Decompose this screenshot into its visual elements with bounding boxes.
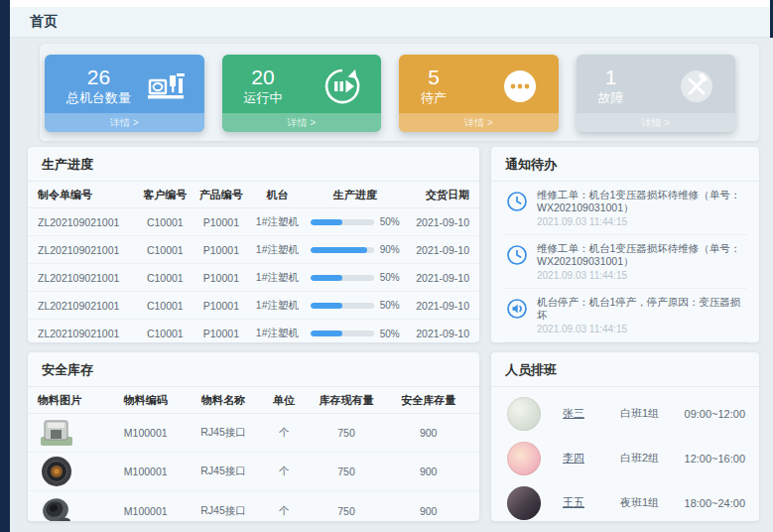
notification-text: 维修工单：机台1变压器损坏待维修（单号：WX202109031001） [537, 242, 747, 268]
sidebar-collapsed-strip [0, 0, 10, 532]
progress-percent: 50% [380, 216, 400, 227]
production-progress-panel: 生产进度 制令单编号 客户编号 产品编号 机台 生产进度 交货日期 ZL2021… [28, 147, 479, 342]
total-machines-detail-link[interactable]: 详情 > [45, 113, 204, 132]
notification-item[interactable]: 维修工单：机台1变压器损坏待维修（单号：WX202109031001） 2021… [503, 182, 747, 235]
staff-name-link[interactable]: 张三 [563, 406, 620, 421]
running-value: 20 [251, 66, 274, 89]
running-label: 运行中 [244, 89, 283, 106]
fault-detail-link[interactable]: 详情 > [577, 113, 736, 132]
material-unit: 个 [262, 465, 306, 478]
staff-name-link[interactable]: 王五 [563, 495, 620, 510]
inventory-table-header: 物料图片 物料编码 物料名称 单位 库存现有量 安全库存量 [28, 387, 479, 414]
material-safety-stock: 900 [387, 505, 469, 517]
machine-name: 1#注塑机 [249, 299, 306, 313]
speaker-icon [505, 297, 529, 321]
cone-speaker-image [38, 494, 75, 522]
delivery-date: 2021-09-10 [405, 216, 469, 228]
progress-bar [311, 303, 374, 309]
progress-percent: 90% [380, 244, 400, 255]
progress-cell: 50% [306, 272, 405, 283]
top-spacer [10, 0, 773, 7]
stat-card-running[interactable]: 20 运行中 详情 > [222, 55, 382, 132]
staff-shift: 夜班1组 [620, 495, 685, 510]
notification-text: 维修工单：机台1变压器损坏待维修（单号：WX202109031001） [537, 189, 747, 214]
table-row: ZL202109021001 C10001 P10001 1#注塑机 90% 2… [28, 236, 479, 264]
col-material-image: 物料图片 [38, 393, 107, 408]
notification-time: 2021.09.03 11:44:15 [537, 323, 747, 335]
avatar [507, 442, 541, 475]
tools-icon [676, 66, 717, 107]
card-body: 26 总机台数量 [45, 55, 204, 113]
tab-bar: 首页 [10, 7, 773, 38]
ellipsis-icon [499, 66, 541, 107]
notification-item[interactable]: 机台停产：机台1停产，停产原因：变压器损坏 2021.09.03 11:44:1… [503, 289, 747, 342]
progress-bar [311, 275, 374, 281]
stat-card-waiting[interactable]: 5 待产 详情 > [399, 55, 559, 132]
progress-cell: 50% [306, 300, 405, 311]
progress-percent: 50% [380, 300, 400, 311]
staff-time: 18:00~24:00 [685, 497, 745, 509]
table-row: ZL202109021001 C10001 P10001 1#注塑机 50% 2… [28, 264, 479, 292]
product-no: P10001 [193, 328, 250, 339]
col-order: 制令单编号 [38, 188, 137, 202]
production-progress-title: 生产进度 [28, 147, 479, 182]
fault-value: 1 [605, 66, 617, 89]
col-safety-stock: 安全库存量 [387, 393, 469, 408]
clock-icon [505, 243, 529, 267]
customer-no: C10001 [137, 216, 193, 228]
safety-inventory-panel: 安全库存 物料图片 物料编码 物料名称 单位 库存现有量 安全库存量 [28, 352, 479, 521]
customer-no: C10001 [137, 300, 193, 312]
table-row: ZL202109021001 C10001 P10001 1#注塑机 50% 2… [28, 292, 479, 320]
order-no: ZL202109021001 [38, 328, 137, 339]
col-unit: 单位 [262, 393, 306, 408]
customer-no: C10001 [137, 244, 193, 256]
table-row: M100001 RJ45接口 个 750 900 [28, 453, 479, 491]
staff-name-link[interactable]: 李四 [563, 451, 620, 466]
material-stock: 750 [306, 505, 388, 517]
waiting-label: 待产 [421, 89, 447, 106]
machine-icon [145, 66, 187, 107]
main-area: 首页 26 总机台数量 [10, 0, 773, 532]
material-name: RJ45接口 [185, 504, 262, 518]
staff-shift: 白班1组 [620, 406, 685, 421]
machine-name: 1#注塑机 [249, 215, 306, 229]
clock-icon [505, 190, 529, 213]
notification-item[interactable]: 维修工单：机台1变压器损坏待维修（单号：WX202109031001） 2021… [503, 235, 747, 289]
notification-text: 机台停产：机台1停产，停产原因：变压器损坏 [537, 296, 747, 322]
progress-cell: 90% [306, 244, 405, 255]
product-no: P10001 [193, 216, 250, 228]
staff-schedule-panel: 人员排班 张三 白班1组 09:00~12:00 李四 白班2组 12:00~1… [491, 352, 759, 521]
total-machines-value: 26 [87, 66, 110, 89]
notifications-list: 维修工单：机台1变压器损坏待维修（单号：WX202109031001） 2021… [491, 182, 759, 342]
rj45-connector-image [38, 416, 75, 450]
waiting-detail-link[interactable]: 详情 > [399, 113, 559, 132]
schedule-row: 王五 夜班1组 18:00~24:00 [507, 480, 745, 521]
safety-inventory-title: 安全库存 [28, 352, 479, 387]
order-no: ZL202109021001 [38, 300, 137, 312]
product-no: P10001 [193, 272, 250, 284]
stat-card-fault[interactable]: 1 故障 详情 > [577, 55, 736, 132]
stat-card-total-machines[interactable]: 26 总机台数量 [45, 55, 204, 132]
delivery-date: 2021-09-10 [405, 328, 469, 339]
machine-name: 1#注塑机 [249, 243, 306, 257]
fault-label: 故障 [598, 89, 624, 106]
order-no: ZL202109021001 [38, 272, 137, 284]
material-safety-stock: 900 [387, 427, 469, 439]
product-no: P10001 [193, 300, 250, 312]
order-no: ZL202109021001 [38, 216, 137, 228]
stat-cards-panel: 26 总机台数量 [40, 44, 759, 141]
product-no: P10001 [193, 244, 250, 256]
staff-schedule-title: 人员排班 [491, 352, 759, 387]
material-unit: 个 [262, 504, 306, 518]
running-detail-link[interactable]: 详情 > [222, 113, 382, 132]
progress-bar [311, 247, 374, 253]
total-machines-label: 总机台数量 [66, 89, 131, 106]
avatar [507, 397, 541, 431]
col-stock: 库存现有量 [306, 393, 388, 408]
table-row: ZL202109021001 C10001 P10001 1#注塑机 50% 2… [28, 208, 479, 236]
material-stock: 750 [306, 466, 388, 477]
col-machine: 机台 [249, 188, 306, 202]
tab-home[interactable]: 首页 [30, 13, 58, 31]
running-icon [322, 66, 363, 107]
material-name: RJ45接口 [185, 465, 262, 478]
